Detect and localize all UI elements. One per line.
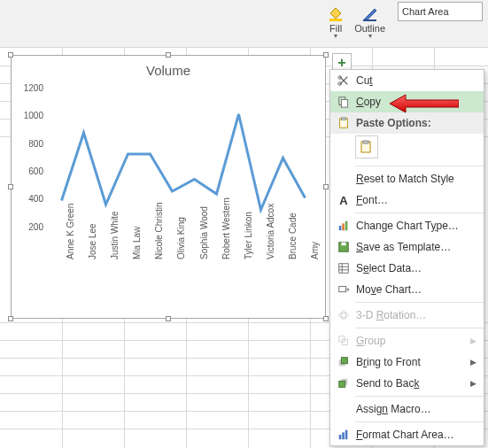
pen-outline-icon	[360, 4, 380, 23]
move-chart-icon	[334, 282, 353, 297]
menu-label: Assign Macro…	[356, 403, 476, 415]
svg-rect-19	[339, 287, 346, 292]
submenu-arrow-icon: ▶	[470, 336, 476, 345]
svg-point-20	[339, 313, 349, 317]
y-tick-label: 400	[12, 194, 43, 204]
svg-rect-10	[339, 226, 342, 230]
menu-label: Select Data…	[356, 262, 476, 274]
paint-bucket-icon	[326, 4, 345, 23]
send-back-icon	[334, 375, 353, 391]
menu-item-change-chart-type[interactable]: Change Chart Type…	[330, 215, 484, 236]
reset-icon	[334, 171, 353, 187]
menu-item-reset[interactable]: Reset to Match Style	[330, 168, 484, 189]
y-tick-label: 600	[12, 166, 43, 176]
menu-item-save-template[interactable]: Save as Template…	[330, 236, 484, 258]
submenu-arrow-icon: ▶	[470, 379, 476, 388]
menu-label: Send to Back	[356, 377, 470, 390]
copy-icon	[334, 94, 353, 110]
svg-rect-28	[339, 435, 342, 439]
font-icon: A	[334, 192, 353, 208]
ribbon-toolbar: Fill ▾ Outline ▾	[0, 0, 488, 48]
menu-item-copy[interactable]: Copy	[330, 91, 484, 112]
save-template-icon	[334, 239, 353, 255]
ribbon-group: Fill ▾ Outline ▾	[322, 2, 483, 47]
svg-rect-15	[339, 264, 349, 274]
svg-rect-30	[345, 430, 348, 440]
menu-item-send-to-back[interactable]: Send to Back ▶	[330, 373, 484, 394]
submenu-arrow-icon: ▶	[470, 358, 476, 367]
menu-item-bring-to-front[interactable]: Bring to Front ▶	[330, 351, 484, 373]
rotation-3d-icon	[334, 307, 353, 323]
chart-element-selector[interactable]	[398, 2, 483, 21]
menu-label: Format Chart Area…	[356, 429, 476, 441]
menu-label: Reset to Match Style	[356, 173, 476, 185]
paste-options-row	[330, 134, 484, 164]
context-menu: Cut Copy Paste Options: Reset to Match S…	[329, 69, 484, 446]
svg-rect-0	[329, 19, 342, 21]
menu-item-move-chart[interactable]: Move Chart…	[330, 279, 484, 300]
menu-item-font[interactable]: A Font…	[330, 189, 484, 211]
menu-item-group: Group ▶	[330, 330, 484, 351]
svg-rect-7	[341, 118, 345, 120]
svg-rect-29	[342, 432, 345, 439]
menu-label: Move Chart…	[356, 283, 476, 296]
menu-item-select-data[interactable]: Select Data…	[330, 258, 484, 279]
menu-header-paste-options: Paste Options:	[330, 112, 484, 134]
chart-type-icon	[334, 218, 353, 234]
bring-front-icon	[334, 354, 353, 370]
menu-label: Paste Options:	[356, 117, 476, 129]
chevron-down-icon: ▾	[368, 32, 372, 40]
menu-item-cut[interactable]: Cut	[330, 70, 484, 91]
y-tick-label: 1000	[12, 111, 43, 120]
svg-rect-9	[363, 141, 368, 143]
menu-label: 3-D Rotation…	[356, 309, 476, 321]
macro-icon	[334, 401, 353, 417]
menu-item-3d-rotation: 3-D Rotation…	[330, 305, 484, 326]
svg-rect-11	[342, 223, 345, 230]
scissors-icon	[334, 73, 353, 89]
y-tick-label: 800	[12, 138, 43, 148]
svg-rect-27	[339, 381, 345, 387]
svg-rect-1	[363, 19, 376, 21]
menu-label: Group	[356, 335, 470, 347]
y-tick-label: 1200	[12, 83, 43, 93]
menu-item-assign-macro[interactable]: Assign Macro…	[330, 398, 484, 420]
menu-label: Cut	[356, 74, 476, 87]
menu-item-format-chart-area[interactable]: Format Chart Area…	[330, 424, 484, 445]
menu-label: Save as Template…	[356, 241, 476, 253]
menu-label: Change Chart Type…	[356, 220, 476, 232]
fill-button[interactable]: Fill ▾	[322, 2, 349, 42]
svg-rect-25	[341, 358, 347, 364]
menu-label: Copy	[356, 96, 476, 108]
chart-title[interactable]: Volume	[12, 56, 325, 81]
chevron-down-icon: ▾	[334, 32, 337, 40]
format-chart-icon	[334, 427, 353, 443]
svg-rect-5	[341, 99, 347, 107]
svg-rect-14	[341, 243, 345, 246]
embedded-chart[interactable]: Volume + 20040060080010001200Anne K Gree…	[11, 55, 326, 319]
y-tick-label: 200	[12, 221, 43, 231]
clipboard-icon	[334, 115, 353, 131]
svg-point-21	[341, 311, 345, 321]
menu-label: Bring to Front	[356, 356, 470, 368]
menu-label: Font…	[356, 194, 476, 206]
paste-option-default[interactable]	[355, 135, 378, 158]
select-data-icon	[334, 260, 353, 276]
svg-rect-12	[345, 221, 348, 231]
group-icon	[334, 333, 353, 349]
outline-button[interactable]: Outline ▾	[351, 2, 389, 42]
